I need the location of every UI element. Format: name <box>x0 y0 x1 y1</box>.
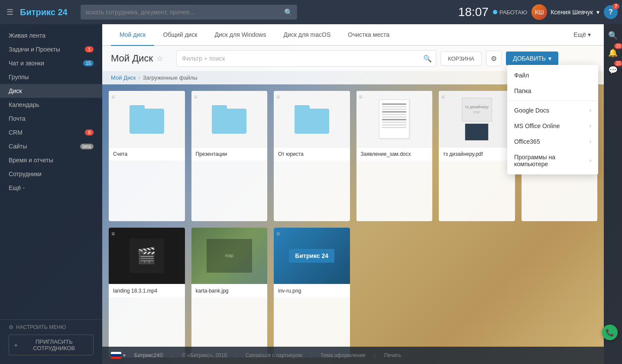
file-thumb: тз дизайнеру PDF <box>439 91 515 147</box>
footer: ▾ Битрикс24© | © «Битрикс», 2018 | Связа… <box>102 347 604 364</box>
sidebar-item-disk[interactable]: Диск <box>0 84 102 98</box>
dropdown-item-google-docs[interactable]: Google Docs › <box>507 103 598 118</box>
footer-theme-link[interactable]: Тема оформления <box>321 352 365 358</box>
sidebar-item-chat[interactable]: Чат и звонки 15 <box>0 56 102 70</box>
tab-more[interactable]: Ещё ▾ <box>569 24 595 45</box>
file-menu-icon[interactable]: ≡ <box>441 93 445 100</box>
file-name: От юриста <box>274 147 350 161</box>
sidebar-item-crm[interactable]: CRM 9 <box>0 126 102 139</box>
trash-button[interactable]: КОРЗИНА <box>441 52 482 66</box>
file-menu-icon[interactable]: ≡ <box>111 93 115 100</box>
file-card-presentations[interactable]: ≡ Презентации <box>191 91 268 221</box>
file-card-lawyer[interactable]: ≡ От юриста <box>274 91 350 221</box>
sidebar-item-groups[interactable]: Группы <box>0 70 102 84</box>
file-menu-icon[interactable]: ≡ <box>111 230 115 237</box>
filter-search-icon: 🔍 <box>423 55 432 63</box>
footer-separator: | <box>236 352 237 358</box>
work-status[interactable]: РАБОТАЮ <box>493 9 527 16</box>
file-menu-icon[interactable]: ≡ <box>276 93 280 100</box>
file-card-pdf[interactable]: ≡ тз дизайнеру PDF тз дизайнеру.pdf <box>439 91 515 221</box>
search-sidebar-icon[interactable]: 🔍 <box>605 28 621 43</box>
footer-separator: | <box>172 352 173 358</box>
notification-icon[interactable]: 🔔 15 <box>605 45 621 61</box>
footer-print-link[interactable]: Печать <box>384 352 401 358</box>
chat-badge-sidebar: 15 <box>83 60 94 66</box>
file-name: inv-ru.png <box>274 284 350 297</box>
file-card-logo[interactable]: ≡ Битрикс 24 inv-ru.png <box>274 228 350 358</box>
image-preview: Битрикс 24 <box>274 228 350 284</box>
search-icon: 🔍 <box>284 8 293 16</box>
dropdown-item-file[interactable]: Файл <box>507 68 598 83</box>
add-button[interactable]: ДОБАВИТЬ ▾ <box>506 52 558 65</box>
sidebar-item-lenta[interactable]: Живая лента <box>0 29 102 42</box>
tab-my-disk[interactable]: Мой диск <box>111 24 154 46</box>
file-card-video[interactable]: ≡ 🎬 landing 18.3.1.mp4 <box>109 228 185 358</box>
file-name: Заявление_зам.docx <box>356 147 433 161</box>
footer-separator: | <box>374 352 376 358</box>
footer-separator: | <box>311 352 312 358</box>
file-card-schet[interactable]: ≡ Счета <box>109 91 185 221</box>
user-menu[interactable]: КШ Ксения Шевчук ▾ <box>531 4 599 20</box>
video-icon: 🎬 <box>130 238 164 273</box>
clock: 18:07 <box>458 5 489 19</box>
chevron-right-icon: › <box>590 158 591 164</box>
sidebar-item-time[interactable]: Время и отчеты <box>0 153 102 167</box>
breadcrumb-root[interactable]: Мой Диск <box>111 74 136 81</box>
settings-menu-link[interactable]: ⚙ НАСТРОИТЬ МЕНЮ <box>9 324 94 330</box>
disk-settings-button[interactable]: ⚙ <box>486 51 502 66</box>
menu-icon[interactable]: ☰ <box>4 5 16 19</box>
dropdown-item-office365[interactable]: Office365 › <box>507 134 598 149</box>
dropdown-item-ms-office[interactable]: MS Office Online › <box>507 118 598 134</box>
sidebar-item-more[interactable]: Ещё - <box>0 181 102 195</box>
image-preview: map <box>191 228 268 284</box>
filter-search[interactable]: 🔍 <box>176 50 436 67</box>
sidebar-item-staff[interactable]: Сотрудники <box>0 167 102 181</box>
footer-partner-link[interactable]: Связаться с партнером <box>246 352 302 358</box>
gear-icon: ⚙ <box>491 55 497 63</box>
favorite-icon[interactable]: ☆ <box>156 54 163 63</box>
sidebar-footer: ⚙ НАСТРОИТЬ МЕНЮ + ПРИГЛАСИТЬ СОТРУДНИКО… <box>0 319 102 360</box>
tab-macos-disk[interactable]: Диск для macOS <box>275 24 339 46</box>
file-name: landing 18.3.1.mp4 <box>109 284 185 297</box>
chevron-down-icon: ▾ <box>588 31 591 38</box>
chevron-right-icon: › <box>590 107 591 113</box>
search-input[interactable] <box>81 5 297 19</box>
chevron-right-icon: › <box>590 139 591 145</box>
file-menu-icon[interactable]: ≡ <box>276 230 280 237</box>
sidebar-item-tasks[interactable]: Задачи и Проекты 1 <box>0 42 102 56</box>
invite-button[interactable]: + ПРИГЛАСИТЬ СОТРУДНИКОВ <box>9 335 94 355</box>
file-card-docx[interactable]: ≡ Заявление_зам.docx <box>356 91 433 221</box>
dropdown-divider <box>507 100 598 101</box>
status-dot <box>493 10 497 14</box>
file-thumb: 🎬 <box>109 228 185 284</box>
right-sidebar: 🔍 🔔 15 💬 15 <box>604 24 622 364</box>
plus-icon: + <box>14 342 18 348</box>
sidebar-item-mail[interactable]: Почта <box>0 112 102 126</box>
flag-chevron: ▾ <box>123 352 126 358</box>
help-badge: 7 <box>612 3 619 9</box>
phone-fab-button[interactable]: 📞 <box>602 325 618 340</box>
file-menu-icon[interactable]: ≡ <box>359 93 363 100</box>
file-card-map[interactable]: ≡ map karta-bank.jpg <box>191 228 268 358</box>
sidebar-item-calendar[interactable]: Календарь <box>0 98 102 112</box>
chat-icon[interactable]: 💬 15 <box>605 62 621 78</box>
filter-input[interactable] <box>176 50 436 67</box>
pdf-thumb-small <box>465 123 489 141</box>
sidebar-item-sites[interactable]: Сайты beta <box>0 139 102 153</box>
help-button[interactable]: ? 7 <box>604 5 618 19</box>
dropdown-item-programs[interactable]: Программы на компьютере › <box>507 149 598 172</box>
topbar-search[interactable]: 🔍 <box>81 5 297 19</box>
tab-windows-disk[interactable]: Диск для Windows <box>206 24 275 46</box>
chevron-down-icon: ▾ <box>548 55 551 62</box>
logo: Битрикс 24 <box>20 7 68 17</box>
flag-selector[interactable]: ▾ <box>111 352 126 359</box>
file-menu-icon[interactable]: ≡ <box>194 93 198 100</box>
footer-copyright: © «Битрикс», 2018 <box>182 352 227 358</box>
tab-shared-disk[interactable]: Общий диск <box>154 24 206 46</box>
flag-icon <box>111 352 121 359</box>
dropdown-item-folder[interactable]: Папка <box>507 83 598 99</box>
tab-cleanup[interactable]: Очистка места <box>339 24 398 46</box>
topbar: ☰ Битрикс 24 🔍 18:07 РАБОТАЮ КШ Ксения Ш… <box>0 0 622 24</box>
file-name: Презентации <box>191 147 268 161</box>
file-name: Счета <box>109 147 185 161</box>
